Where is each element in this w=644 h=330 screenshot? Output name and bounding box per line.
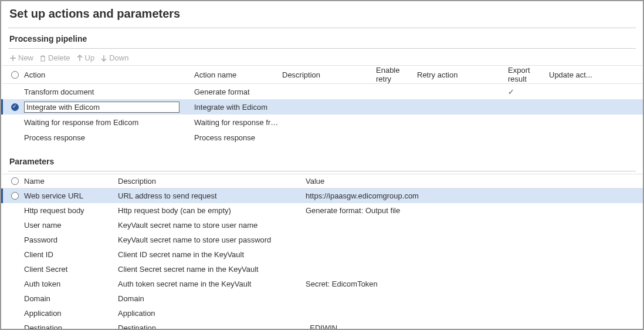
cell-param-name[interactable]: Password	[24, 235, 118, 244]
cell-param-name[interactable]: User name	[24, 221, 118, 230]
cell-param-name[interactable]: Http request body	[24, 206, 118, 215]
parameter-row[interactable]: DomainDomain	[1, 291, 643, 306]
parameter-row[interactable]: Client IDClient ID secret name in the Ke…	[1, 247, 643, 262]
arrow-down-icon	[100, 55, 107, 62]
cell-action-name[interactable]: Generate format	[194, 87, 282, 96]
pipeline-toolbar: New Delete Up Down	[1, 51, 643, 65]
cell-param-description[interactable]: Application	[118, 309, 306, 318]
down-button[interactable]: Down	[100, 53, 128, 62]
col-update-action[interactable]: Update act...	[549, 70, 596, 79]
parameter-row[interactable]: DestinationDestination_EDIWIN	[1, 321, 643, 330]
section-title-pipeline: Processing pipeline	[1, 31, 643, 45]
col-retry-action[interactable]: Retry action	[417, 70, 508, 79]
cell-param-description[interactable]: URL address to send request	[118, 191, 306, 200]
cell-param-description[interactable]: Client Secret secret name in the KeyVaul…	[118, 265, 306, 274]
row-radio[interactable]	[11, 103, 24, 111]
action-edit-field[interactable]: Integrate with Edicom	[24, 102, 179, 113]
pipeline-row[interactable]: Transform documentGenerate format✓	[1, 84, 643, 99]
cell-param-value[interactable]: Secret: EdicomToken	[306, 280, 643, 288]
arrow-up-icon	[76, 55, 83, 62]
cell-param-description[interactable]: KeyVault secret name to store user passw…	[118, 235, 306, 244]
cell-action-name[interactable]: Integrate with Edicom	[194, 103, 282, 112]
col-description[interactable]: Description	[282, 70, 376, 79]
up-button[interactable]: Up	[76, 53, 95, 62]
divider	[8, 28, 636, 28]
cell-param-name[interactable]: Application	[24, 309, 118, 318]
divider	[8, 48, 636, 49]
pipeline-grid-body: Transform documentGenerate format✓Integr…	[1, 84, 643, 145]
pipeline-row[interactable]: Process responseProcess response	[1, 130, 643, 145]
cell-action[interactable]: Transform document	[24, 87, 194, 96]
cell-param-description[interactable]: KeyVault secret name to store user name	[118, 221, 306, 230]
delete-label: Delete	[48, 53, 70, 62]
cell-param-value[interactable]: Generate format: Output file	[306, 206, 643, 215]
parameter-row[interactable]: ApplicationApplication	[1, 306, 643, 321]
parameter-row[interactable]: Client SecretClient Secret secret name i…	[1, 262, 643, 277]
cell-param-description[interactable]: Auth token secret name in the KeyVault	[118, 280, 306, 288]
col-enable-retry[interactable]: Enable retry	[376, 66, 417, 83]
cell-param-name[interactable]: Client ID	[24, 250, 118, 259]
pipeline-row[interactable]: Integrate with EdicomIntegrate with Edic…	[1, 99, 643, 115]
parameter-row[interactable]: Web service URLURL address to send reque…	[1, 188, 643, 203]
cell-param-name[interactable]: Auth token	[24, 280, 118, 288]
plus-icon	[9, 55, 16, 62]
col-param-name[interactable]: Name	[24, 177, 118, 186]
up-label: Up	[85, 53, 95, 62]
cell-param-description[interactable]: Domain	[118, 294, 306, 303]
svg-rect-2	[41, 56, 45, 61]
section-title-parameters: Parameters	[1, 153, 643, 167]
down-label: Down	[109, 53, 128, 62]
col-param-description[interactable]: Description	[118, 177, 306, 186]
cell-export-result[interactable]: ✓	[508, 87, 549, 96]
cell-param-name[interactable]: Domain	[24, 294, 118, 303]
cell-param-description[interactable]: Client ID secret name in the KeyVault	[118, 250, 306, 259]
cell-param-value[interactable]: https://ipaasgw.edicomgroup.com	[306, 191, 643, 200]
cell-param-value[interactable]: _EDIWIN	[306, 324, 643, 330]
parameter-row[interactable]: Auth tokenAuth token secret name in the …	[1, 277, 643, 291]
row-radio[interactable]	[11, 192, 24, 200]
cell-param-name[interactable]: Client Secret	[24, 265, 118, 274]
page-title: Set up actions and parameters	[1, 1, 643, 24]
cell-action[interactable]: Process response	[24, 133, 194, 142]
cell-param-description[interactable]: Http request body (can be empty)	[118, 206, 306, 215]
cell-action[interactable]: Waiting for response from Edicom	[24, 118, 194, 127]
col-param-value[interactable]: Value	[306, 177, 643, 186]
cell-param-name[interactable]: Web service URL	[24, 191, 118, 200]
select-all-radio[interactable]	[11, 71, 24, 79]
new-button[interactable]: New	[9, 53, 33, 62]
col-export-result[interactable]: Export result	[508, 66, 549, 83]
pipeline-header-row: Action Action name Description Enable re…	[1, 65, 643, 84]
divider	[8, 171, 636, 171]
parameters-header-row: Name Description Value	[1, 174, 643, 188]
cell-action-name[interactable]: Process response	[194, 133, 282, 142]
parameter-row[interactable]: User nameKeyVault secret name to store u…	[1, 218, 643, 233]
cell-action[interactable]: Integrate with Edicom	[24, 102, 194, 113]
pipeline-row[interactable]: Waiting for response from EdicomWaiting …	[1, 115, 643, 130]
cell-action-name[interactable]: Waiting for response fro...	[194, 118, 282, 127]
param-select-all-radio[interactable]	[11, 177, 24, 185]
cell-param-name[interactable]: Destination	[24, 324, 118, 330]
parameters-grid-body: Web service URLURL address to send reque…	[1, 188, 643, 330]
col-action[interactable]: Action	[24, 70, 194, 79]
trash-icon	[39, 55, 46, 62]
new-label: New	[18, 53, 33, 62]
delete-button[interactable]: Delete	[39, 53, 70, 62]
col-action-name[interactable]: Action name	[194, 70, 282, 79]
parameter-row[interactable]: PasswordKeyVault secret name to store us…	[1, 233, 643, 247]
cell-param-description[interactable]: Destination	[118, 324, 306, 330]
parameter-row[interactable]: Http request bodyHttp request body (can …	[1, 203, 643, 218]
